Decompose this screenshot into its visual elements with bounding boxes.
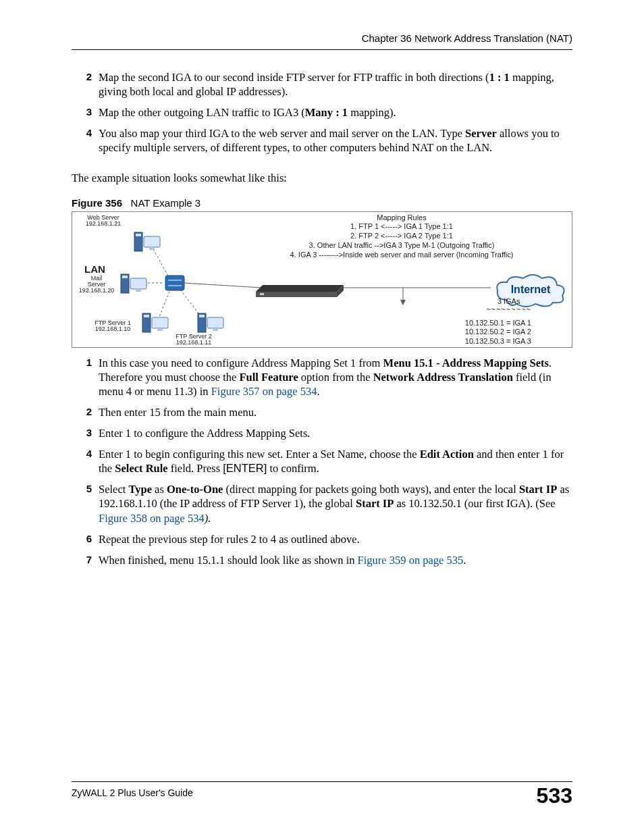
step-text: Map the other outgoing LAN traffic to IG… [99, 106, 396, 119]
document-page: Chapter 36 Network Address Translation (… [0, 0, 644, 834]
svg-marker-7 [400, 300, 406, 305]
step-text: Map the second IGA to our second inside … [99, 71, 554, 98]
step-number: 3 [74, 105, 92, 118]
step-text: Enter 1 to configure the Address Mapping… [99, 427, 310, 440]
figure-diagram: Mapping Rules 1. FTP 1 <-----> IGA 1 Typ… [72, 211, 572, 348]
steps-list-b: 1In this case you need to configure Addr… [72, 356, 572, 574]
step-number: 2 [74, 70, 92, 83]
svg-rect-11 [149, 247, 155, 250]
step-number: 4 [74, 447, 92, 460]
step-number: 1 [74, 356, 92, 369]
page-footer: ZyWALL 2 Plus User's Guide 533 [72, 781, 572, 808]
svg-rect-22 [207, 317, 223, 328]
figure-caption: Figure 356 NAT Example 3 [72, 197, 572, 209]
step-number: 6 [74, 532, 92, 545]
step-item: 2Then enter 15 from the main menu. [72, 405, 572, 426]
igas-list: 10.132.50.1 = IGA 1 10.132.50.2 = IGA 2 … [465, 319, 531, 346]
svg-rect-15 [136, 289, 141, 292]
step-item: 1In this case you need to configure Addr… [72, 356, 572, 405]
svg-rect-28 [260, 293, 264, 295]
svg-marker-25 [256, 285, 344, 292]
iga-3: 10.132.50.3 = IGA 3 [465, 337, 531, 346]
step-item: 3Enter 1 to configure the Address Mappin… [72, 426, 572, 447]
step-item: 2Map the second IGA to our second inside… [72, 70, 572, 105]
svg-marker-26 [256, 292, 337, 297]
iga-2: 10.132.50.2 = IGA 2 [465, 328, 531, 337]
step-text: Enter 1 to begin configuring this new se… [99, 448, 564, 475]
svg-rect-14 [130, 278, 146, 289]
svg-rect-23 [213, 328, 218, 331]
svg-rect-21 [199, 315, 205, 317]
chapter-header: Chapter 36 Network Address Translation (… [72, 32, 572, 44]
svg-rect-9 [136, 234, 141, 236]
svg-line-0 [153, 249, 170, 280]
step-item: 4You also map your third IGA to the web … [72, 126, 572, 161]
figure-title: NAT Example 3 [131, 197, 201, 209]
page-number: 533 [537, 783, 572, 808]
step-number: 2 [74, 405, 92, 418]
step-text: Repeat the previous step for rules 2 to … [99, 533, 360, 546]
svg-rect-19 [157, 328, 163, 331]
svg-rect-24 [165, 276, 184, 290]
internet-label: Internet [493, 284, 568, 296]
step-item: 7When finished, menu 15.1.1 should look … [72, 553, 572, 574]
svg-rect-17 [144, 315, 149, 317]
footer-guide: ZyWALL 2 Plus User's Guide [72, 787, 193, 798]
step-item: 4Enter 1 to begin configuring this new s… [72, 447, 572, 482]
step-text: When finished, menu 15.1.1 should look l… [99, 554, 466, 567]
step-text: You also map your third IGA to the web s… [99, 127, 560, 154]
step-item: 5Select Type as One-to-One (direct mappi… [72, 482, 572, 531]
step-item: 6Repeat the previous step for rules 2 to… [72, 532, 572, 553]
header-rule [72, 49, 572, 50]
intro-text: The example situation looks somewhat lik… [72, 172, 572, 185]
iga-1: 10.132.50.1 = IGA 1 [465, 319, 531, 328]
steps-list-a: 2Map the second IGA to our second inside… [72, 70, 572, 162]
step-text: Select Type as One-to-One (direct mappin… [99, 483, 569, 524]
step-number: 7 [74, 553, 92, 566]
svg-rect-13 [122, 276, 128, 278]
svg-rect-18 [152, 317, 168, 328]
step-number: 5 [74, 482, 92, 495]
svg-line-4 [184, 283, 261, 288]
figure-label: Figure 356 [72, 197, 122, 209]
step-text: Then enter 15 from the main menu. [99, 406, 257, 419]
step-text: In this case you need to configure Addre… [99, 357, 552, 398]
step-item: 3Map the other outgoing LAN traffic to I… [72, 105, 572, 126]
igas-label: 3 IGAs ~~~~~~~~~ [486, 297, 531, 313]
svg-rect-10 [144, 236, 160, 247]
step-number: 3 [74, 426, 92, 439]
step-number: 4 [74, 126, 92, 139]
